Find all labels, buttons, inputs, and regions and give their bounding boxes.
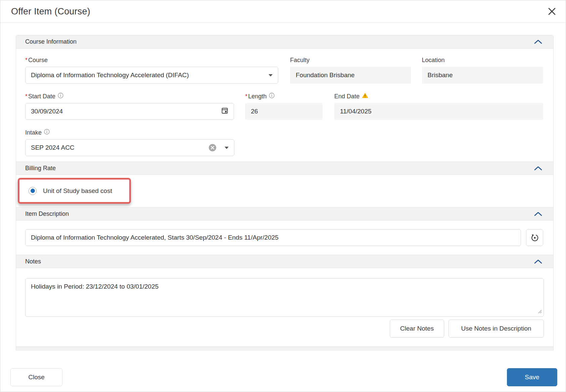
length-value: 26 (251, 108, 317, 115)
modal-title: Offer Item (Course) (11, 6, 90, 17)
clear-notes-button[interactable]: Clear Notes (390, 320, 444, 338)
section-title: Item Description (25, 210, 69, 217)
accordion-panel: Course Information *Course Diploma of In… (16, 35, 554, 351)
start-date-input[interactable]: 30/09/2024 (25, 103, 234, 120)
calendar-icon[interactable] (221, 107, 228, 116)
location-label: Location (422, 56, 544, 64)
item-description-content: Diploma of Information Technology Accele… (16, 220, 553, 255)
faculty-field: Foundation Brisbane (290, 67, 411, 84)
end-date-label: End Date (334, 92, 543, 100)
warning-icon (362, 93, 368, 100)
unit-of-study-radio[interactable] (29, 187, 37, 195)
info-icon (44, 129, 50, 136)
close-button[interactable]: Close (10, 368, 62, 386)
item-description-value: Diploma of Information Technology Accele… (31, 234, 515, 241)
section-header-billing-rate[interactable]: Billing Rate (16, 161, 553, 175)
info-icon (58, 93, 63, 100)
start-date-value: 30/09/2024 (31, 108, 221, 115)
course-label: *Course (25, 56, 278, 64)
chevron-up-icon[interactable] (534, 259, 542, 264)
section-header-item-description[interactable]: Item Description (16, 207, 553, 220)
section-header-billing-amount[interactable]: Billing Amount (16, 346, 553, 351)
notes-content: Holidays in Period: 23/12/2024 to 03/01/… (16, 268, 553, 346)
length-label: *Length (245, 92, 323, 100)
save-button[interactable]: Save (507, 368, 557, 386)
restore-icon (530, 233, 539, 242)
chevron-down-icon (269, 74, 273, 77)
radio-dot (31, 189, 35, 193)
intake-select[interactable]: SEP 2024 ACC (25, 139, 234, 156)
chevron-up-icon[interactable] (534, 212, 542, 216)
chevron-down-icon[interactable] (225, 147, 229, 149)
course-information-content: *Course Diploma of Information Technolog… (16, 49, 553, 161)
close-icon[interactable] (546, 6, 558, 17)
length-field: 26 (245, 103, 323, 120)
use-notes-in-description-button[interactable]: Use Notes in Description (449, 320, 544, 338)
section-header-course-information[interactable]: Course Information (16, 35, 553, 49)
unit-of-study-radio-label[interactable]: Unit of Study based cost (43, 187, 112, 195)
start-date-label: *Start Date (25, 92, 234, 100)
chevron-up-icon[interactable] (534, 166, 542, 170)
modal-body: Course Information *Course Diploma of In… (0, 23, 566, 351)
course-select[interactable]: Diploma of Information Technology Accele… (25, 67, 278, 84)
chevron-up-icon[interactable] (534, 40, 542, 44)
section-header-notes[interactable]: Notes (16, 255, 553, 268)
section-title: Billing Rate (25, 165, 56, 172)
restore-description-button[interactable] (526, 229, 543, 246)
faculty-label: Faculty (290, 56, 411, 64)
end-date-field: 11/04/2025 (334, 103, 543, 120)
modal-footer: Close Save (0, 351, 566, 392)
required-asterisk: * (25, 57, 28, 63)
intake-value: SEP 2024 ACC (31, 144, 208, 151)
info-icon (269, 93, 275, 100)
modal-header: Offer Item (Course) (0, 0, 566, 23)
required-asterisk: * (25, 93, 28, 100)
required-asterisk: * (245, 93, 247, 100)
item-description-input[interactable]: Diploma of Information Technology Accele… (25, 229, 521, 246)
notes-textarea[interactable]: Holidays in Period: 23/12/2024 to 03/01/… (25, 278, 544, 317)
location-field: Brisbane (422, 67, 544, 84)
section-title: Course Information (25, 38, 77, 45)
faculty-value: Foundation Brisbane (296, 71, 405, 79)
clear-icon[interactable] (208, 144, 217, 152)
billing-rate-content: Unit of Study based cost (16, 175, 553, 207)
offer-item-modal: Offer Item (Course) Course Information *… (0, 0, 566, 392)
intake-label: Intake (25, 129, 234, 137)
location-value: Brisbane (428, 71, 538, 79)
section-title: Notes (25, 258, 41, 265)
red-highlight-annotation: Unit of Study based cost (18, 178, 131, 204)
course-value: Diploma of Information Technology Accele… (31, 71, 265, 79)
end-date-value: 11/04/2025 (340, 108, 537, 115)
